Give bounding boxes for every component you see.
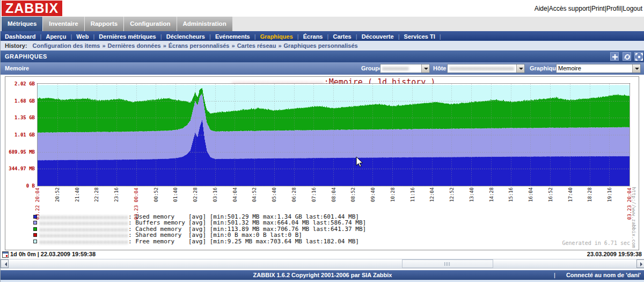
graphique-select[interactable]: Memoire xyxy=(556,64,641,73)
scroll-left-button[interactable] xyxy=(1,259,9,268)
x-tick-label: 02:28 xyxy=(193,187,198,202)
groupe-label: Groupe xyxy=(361,62,382,75)
x-tick-label: 21:40 xyxy=(75,187,80,202)
graphique-label: Graphique xyxy=(530,62,559,75)
history-link[interactable]: Dernières données xyxy=(108,42,161,49)
x-tick-label: 10:28 xyxy=(390,187,396,202)
x-tick-label: 06:28 xyxy=(291,187,297,202)
x-tick-label: 23:16 xyxy=(114,187,119,202)
menu-item-evénements[interactable]: Evénements xyxy=(215,33,250,40)
y-tick-label: 1.68 GB xyxy=(5,98,35,104)
y-tick-label: 2.02 GB xyxy=(5,81,35,86)
menu-item-dashboard[interactable]: Dashboard xyxy=(5,33,35,40)
right-arrow-icon xyxy=(640,262,644,266)
menu-separator: | xyxy=(91,33,96,40)
x-tick-label: 08:04 xyxy=(331,187,336,202)
memory-graph: xxxxxxxxxxxxxxxxxxxx:Memoire ( 1d histor… xyxy=(5,76,639,250)
menu-separator: | xyxy=(325,33,330,40)
top-link-print[interactable]: Print xyxy=(591,5,605,12)
menu-separator: | xyxy=(253,33,258,40)
history-link[interactable]: Cartes réseau xyxy=(237,42,276,49)
history-separator: » xyxy=(163,42,166,49)
tab-inventaire[interactable]: Inventaire xyxy=(43,17,84,31)
menu-item-cartes[interactable]: Cartes xyxy=(333,33,351,40)
dropdown-arrow-icon[interactable] xyxy=(516,64,524,73)
menu-item-web[interactable]: Web xyxy=(76,33,89,40)
menu-separator: | xyxy=(296,33,301,40)
content-area: xxxxxxxxxxxxxxxxxxxx:Memoire ( 1d histor… xyxy=(1,75,644,270)
menu-separator: | xyxy=(159,33,164,40)
refresh-icon[interactable] xyxy=(623,52,631,61)
y-tick-label: 1.01 GB xyxy=(5,132,35,138)
footer-bar: ZABBIX 1.6.2 Copyright 2001-2006 par SIA… xyxy=(1,270,644,280)
menu-separator: | xyxy=(208,33,213,40)
tab-métriques[interactable]: Métriques xyxy=(2,17,42,31)
top-bar: ZABBIX Aide|Accès support|Print|Profil|L… xyxy=(1,0,644,17)
x-tick-label: 12:52 xyxy=(449,187,455,202)
x-tick-label: 00:52 xyxy=(153,187,159,202)
menu-item-aperçu[interactable]: Aperçu xyxy=(46,33,66,40)
top-link-profil[interactable]: Profil xyxy=(606,5,621,12)
dropdown-arrow-icon[interactable] xyxy=(421,64,429,73)
top-link-aide[interactable]: Aide xyxy=(535,5,547,12)
y-tick-label: 1.35 GB xyxy=(5,115,35,120)
tab-administration[interactable]: Administration xyxy=(177,17,232,31)
add-icon[interactable] xyxy=(610,52,619,61)
legend-swatch-icon xyxy=(33,227,37,231)
history-links: Configuration des items»Dernières donnée… xyxy=(33,42,358,49)
history-link[interactable]: Écrans personnalisés xyxy=(169,42,230,49)
history-separator: » xyxy=(102,42,105,49)
legend-swatch-icon xyxy=(33,240,37,243)
x-tick-label: 08:52 xyxy=(350,187,356,202)
history-link[interactable]: Graphiques personnalisés xyxy=(284,42,358,49)
menu-item-déclencheurs[interactable]: Déclencheurs xyxy=(166,33,205,40)
top-link-accès-support[interactable]: Accès support xyxy=(549,5,590,12)
menu-separator: | xyxy=(69,33,74,40)
calendar-icon[interactable] xyxy=(2,251,9,258)
sub-menu: Dashboard | Aperçu | Web | Dernières mét… xyxy=(1,31,644,41)
legend-swatch-icon xyxy=(33,215,37,219)
y-tick-label: 344.97 MB xyxy=(5,166,35,171)
x-tick-label: 15:16 xyxy=(508,187,514,202)
menu-separator: | xyxy=(38,33,43,40)
x-tick-label: 03:16 xyxy=(213,187,218,202)
redacted-hostname: xxxxxxxxxxxxxxxxxxxxxxxxx xyxy=(39,239,128,244)
time-scrollbar[interactable] xyxy=(1,259,644,269)
thumb-grip-icon xyxy=(444,262,450,266)
top-link-logout[interactable]: Logout xyxy=(623,5,642,12)
history-link[interactable]: Configuration des items xyxy=(33,42,100,49)
graphique-select-value: Memoire xyxy=(558,65,581,72)
bottom-strip xyxy=(1,280,644,282)
period-start-label: 1d 0h 0m | 22.03.2009 19:59:38 xyxy=(10,251,96,257)
history-separator: » xyxy=(232,42,235,49)
legend-series-stats: [avg] [min:9.25 MB max:703.64 MB last:18… xyxy=(188,238,359,245)
legend-swatch-icon xyxy=(33,221,37,225)
menu-item-écrans[interactable]: Écrans xyxy=(303,33,323,40)
main-tabs: MétriquesInventaireRapportsConfiguration… xyxy=(1,17,644,31)
hote-select[interactable]: xxxxxxxxxxxxxxxxxxxxxx xyxy=(447,64,525,73)
legend-series-name: : Free memory xyxy=(128,238,188,244)
chart-legend: xxxxxxxxxxxxxxxxxxxxxxxxx: Used memory[a… xyxy=(33,214,366,244)
section-header: GRAPHIQUES xyxy=(1,50,644,62)
dropdown-arrow-icon[interactable] xyxy=(632,64,640,73)
scrollbar-thumb[interactable] xyxy=(402,259,493,268)
tab-rapports[interactable]: Rapports xyxy=(85,17,123,31)
tab-configuration[interactable]: Configuration xyxy=(124,17,176,31)
x-tick-label: 18:28 xyxy=(587,187,592,202)
scroll-right-button[interactable] xyxy=(636,259,644,268)
x-tick-label: 17:40 xyxy=(568,187,573,202)
x-tick-label: 14:28 xyxy=(489,187,494,202)
left-arrow-icon xyxy=(3,262,7,266)
menu-item-dernières-métriques[interactable]: Dernières métriques xyxy=(99,33,156,40)
history-breadcrumb: History:Configuration des items»Dernière… xyxy=(1,41,644,50)
zabbix-page: ZABBIX Aide|Accès support|Print|Profil|L… xyxy=(0,0,644,282)
menu-item-services-ti[interactable]: Services TI xyxy=(404,33,435,40)
x-tick-label: 11:16 xyxy=(410,187,415,202)
menu-item-graphiques[interactable]: Graphiques xyxy=(260,33,293,40)
fullscreen-icon[interactable] xyxy=(634,52,643,61)
menu-item-découverte[interactable]: Découverte xyxy=(362,33,394,40)
footer-separator: | xyxy=(554,272,555,278)
groupe-select[interactable]: xxxxxxxxx xyxy=(380,64,430,73)
x-tick-label: 07:16 xyxy=(311,187,317,202)
x-tick-label: 04:04 xyxy=(232,187,238,202)
